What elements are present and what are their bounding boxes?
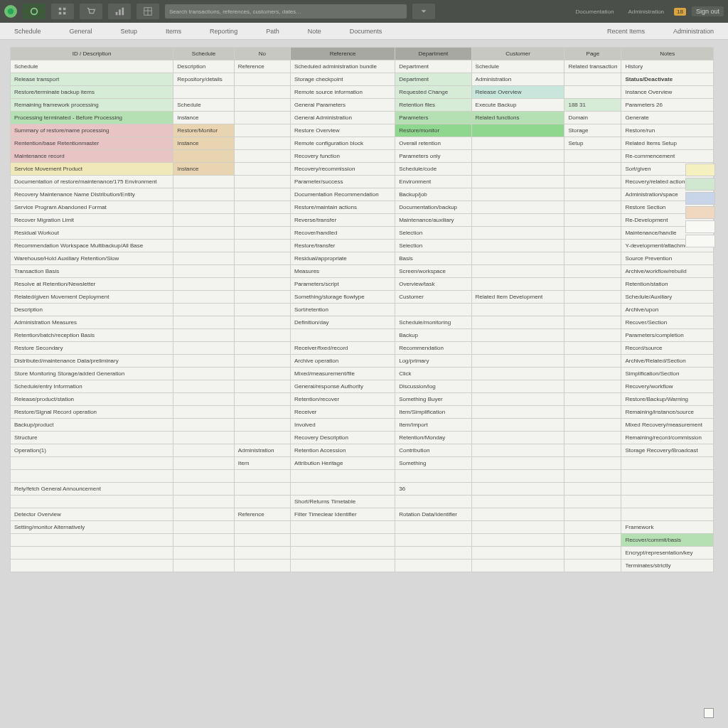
toolbar-more-icon[interactable] — [412, 4, 435, 19]
cell[interactable]: Description — [173, 60, 235, 73]
cell[interactable] — [234, 342, 290, 355]
cell[interactable] — [234, 137, 290, 150]
cell[interactable]: Parameters only — [395, 150, 471, 163]
cell[interactable]: Rely/fetch General Announcement — [11, 483, 173, 496]
cell[interactable] — [621, 483, 714, 496]
cell[interactable] — [471, 176, 564, 188]
cell[interactable]: Setting/monitor Alternatively — [11, 521, 173, 534]
cell[interactable] — [471, 380, 564, 393]
cell[interactable] — [234, 124, 290, 137]
cell[interactable] — [471, 496, 564, 508]
cell[interactable]: Restore/Backup/Warning — [621, 393, 714, 406]
cell[interactable]: Remote configuration block — [290, 137, 395, 150]
cell[interactable] — [564, 240, 621, 252]
cell[interactable] — [11, 496, 173, 508]
cell[interactable]: Processing terminated - Before Processin… — [11, 112, 173, 124]
cell[interactable]: Administration Measures — [11, 316, 173, 329]
cell[interactable]: Requested Change — [395, 86, 471, 99]
cell[interactable]: Reverse/transfer — [290, 214, 395, 227]
cell[interactable]: Restore Overview — [290, 124, 395, 137]
table-row[interactable]: Backup/productInvolvedItem/ImportMixed R… — [11, 419, 714, 432]
cell[interactable]: Simplification/Section — [621, 368, 714, 380]
cell[interactable] — [234, 86, 290, 99]
cell[interactable]: Structure — [11, 432, 173, 444]
cell[interactable] — [564, 560, 621, 572]
cell[interactable]: Recommendation — [395, 342, 471, 355]
cell[interactable]: Record/source — [621, 342, 714, 355]
col-header[interactable]: Reference — [290, 48, 395, 60]
cell[interactable] — [471, 560, 564, 572]
cell[interactable]: Rentention/base Retentionmaster — [11, 137, 173, 150]
cell[interactable] — [471, 534, 564, 547]
cell[interactable]: Store Monitoring Storage/added Generatio… — [11, 368, 173, 380]
toolbar-chart-icon[interactable] — [108, 4, 131, 19]
table-row[interactable]: Recovery Maintenance Name Distribution/E… — [11, 188, 714, 201]
cell[interactable] — [471, 265, 564, 278]
cell[interactable]: Description — [11, 304, 173, 316]
cell[interactable] — [234, 73, 290, 86]
cell[interactable] — [11, 560, 173, 572]
cell[interactable] — [564, 150, 621, 163]
cell[interactable] — [173, 304, 235, 316]
signout-button[interactable]: Sign out — [692, 6, 724, 16]
cell[interactable] — [234, 547, 290, 560]
cell[interactable]: Detector Overview — [11, 508, 173, 521]
cell[interactable]: Instance — [173, 137, 235, 150]
cell[interactable]: Domain — [564, 112, 621, 124]
cell[interactable]: 36 — [395, 483, 471, 496]
cell[interactable] — [11, 457, 173, 470]
cell[interactable] — [173, 457, 235, 470]
cell[interactable]: Backup/job — [395, 188, 471, 201]
cell[interactable] — [471, 188, 564, 201]
cell[interactable]: Related/given Movement Deployment — [11, 291, 173, 304]
cell[interactable] — [173, 252, 235, 265]
cell[interactable]: Schedule — [11, 60, 173, 73]
cell[interactable] — [173, 368, 235, 380]
cell[interactable]: Storage Recovery/Broadcast — [621, 444, 714, 457]
cell[interactable] — [471, 252, 564, 265]
cell[interactable]: Something — [395, 457, 471, 470]
table-row[interactable]: Remaining framework processingScheduleGe… — [11, 99, 714, 112]
cell[interactable]: Related Item Development — [471, 291, 564, 304]
cell[interactable]: Rotation Data/Identifier — [395, 508, 471, 521]
cell[interactable] — [234, 112, 290, 124]
toolbar-admin-link[interactable]: Administration — [628, 9, 664, 15]
cell[interactable]: Remote source information — [290, 86, 395, 99]
cell[interactable] — [234, 252, 290, 265]
cell[interactable] — [395, 304, 471, 316]
cell[interactable]: Mixed Recovery/measurement — [621, 419, 714, 432]
cell[interactable] — [471, 470, 564, 483]
cell[interactable] — [564, 393, 621, 406]
table-row[interactable]: Restore/terminate backup itemsRemote sou… — [11, 86, 714, 99]
cell[interactable]: Restore Secondary — [11, 342, 173, 355]
cell[interactable] — [564, 227, 621, 240]
cell[interactable]: Parameters — [395, 112, 471, 124]
cell[interactable] — [234, 176, 290, 188]
cell[interactable] — [564, 176, 621, 188]
cell[interactable] — [471, 316, 564, 329]
cell[interactable] — [564, 496, 621, 508]
cell[interactable] — [564, 316, 621, 329]
cell[interactable] — [173, 86, 235, 99]
cell[interactable]: Warehouse/Hold Auxiliary Retention/Slow — [11, 252, 173, 265]
legend-chip-orange[interactable] — [685, 206, 715, 219]
table-row[interactable]: Store Monitoring Storage/added Generatio… — [11, 368, 714, 380]
cell[interactable] — [621, 457, 714, 470]
cell[interactable]: Administration — [234, 444, 290, 457]
table-row[interactable]: Rentention/base RetentionmasterInstanceR… — [11, 137, 714, 150]
table-row[interactable]: Administration MeasuresDefinition/daySch… — [11, 316, 714, 329]
cell[interactable]: Restore/run — [621, 124, 714, 137]
cell[interactable] — [564, 483, 621, 496]
cell[interactable] — [234, 201, 290, 214]
cell[interactable] — [621, 470, 714, 483]
legend-chip-blue[interactable] — [685, 192, 715, 205]
cell[interactable]: Restore/Signal Record operation — [11, 406, 173, 419]
cell[interactable]: Distributed/maintenance Data/preliminary — [11, 355, 173, 368]
cell[interactable]: Release/product/station — [11, 393, 173, 406]
cell[interactable]: Resolve at Retention/Newsletter — [11, 278, 173, 291]
cell[interactable] — [471, 329, 564, 342]
cell[interactable] — [173, 444, 235, 457]
col-header[interactable]: Department — [395, 48, 471, 60]
cell[interactable] — [234, 278, 290, 291]
cell[interactable]: Recovery/recommission — [290, 163, 395, 176]
